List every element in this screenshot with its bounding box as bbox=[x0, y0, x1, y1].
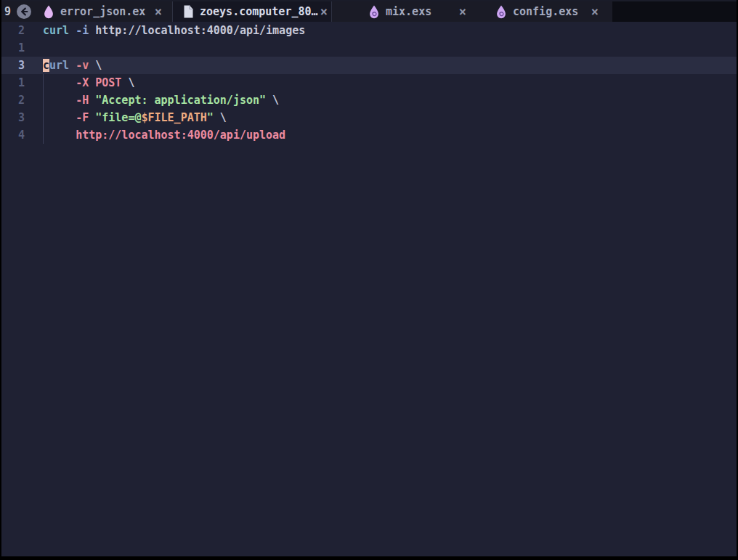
code-token: " bbox=[207, 111, 214, 124]
window-count-badge: 9 bbox=[4, 5, 11, 18]
code-text: -X POST \ bbox=[43, 74, 134, 92]
code-token: http://localhost:4000/api/upload bbox=[76, 129, 285, 142]
code-token: -F bbox=[76, 111, 89, 124]
line-number: 1 bbox=[1, 39, 25, 57]
close-icon[interactable]: × bbox=[591, 6, 599, 18]
line-number: 1 bbox=[1, 74, 25, 92]
code-token: -v bbox=[76, 59, 89, 72]
line-number: 2 bbox=[1, 22, 25, 39]
code-line[interactable]: 4 http://localhost:4000/api/upload bbox=[1, 126, 737, 144]
code-line[interactable]: 3 -F "file=@$FILE_PATH" \ bbox=[1, 109, 737, 126]
code-token bbox=[43, 94, 76, 107]
elixir-drop-icon bbox=[496, 5, 507, 19]
tabs-container: error_json.ex×zoeys.computer_80…×mix.exs… bbox=[35, 1, 612, 22]
tab-bar-left-group: 9 bbox=[1, 1, 35, 22]
tab-label: error_json.ex bbox=[60, 5, 145, 18]
close-icon[interactable]: × bbox=[155, 6, 162, 18]
tab-bar-filler bbox=[612, 1, 737, 22]
code-token: \ bbox=[89, 59, 102, 72]
tab-label: zoeys.computer_80… bbox=[200, 5, 318, 18]
line-number: 4 bbox=[1, 126, 25, 144]
code-token: \ bbox=[266, 94, 279, 107]
code-line[interactable]: 1 bbox=[1, 39, 737, 57]
tab-error_json.ex[interactable]: error_json.ex× bbox=[35, 1, 172, 22]
tab-config.exs[interactable]: config.exs× bbox=[481, 1, 612, 22]
code-token: -H bbox=[76, 94, 89, 107]
code-token: http://localhost:4000/api/images bbox=[89, 24, 305, 37]
code-line[interactable]: 1 -X POST \ bbox=[1, 74, 737, 92]
tab-zoeys.computer_80-[interactable]: zoeys.computer_80…× bbox=[173, 1, 331, 22]
tab-mix.exs[interactable]: mix.exs× bbox=[332, 1, 481, 22]
line-number: 3 bbox=[1, 57, 25, 74]
code-token bbox=[69, 24, 76, 37]
elixir-drop-icon bbox=[369, 5, 380, 19]
code-token: -i bbox=[76, 24, 89, 37]
code-token: "file=@ bbox=[95, 111, 141, 124]
code-token bbox=[89, 111, 95, 124]
code-token: curl bbox=[43, 24, 69, 37]
tab-label: mix.exs bbox=[386, 5, 431, 18]
code-token bbox=[89, 94, 95, 107]
code-token: -X bbox=[76, 76, 89, 89]
code-token bbox=[69, 59, 76, 72]
code-token: \ bbox=[214, 111, 227, 124]
cursor: c bbox=[43, 59, 49, 72]
code-token bbox=[43, 129, 76, 142]
code-text: curl -i http://localhost:4000/api/images bbox=[43, 22, 305, 39]
code-text: http://localhost:4000/api/upload bbox=[43, 126, 285, 144]
file-icon bbox=[183, 5, 194, 19]
line-number: 3 bbox=[1, 109, 25, 126]
code-token: "Accept: application/json" bbox=[95, 94, 266, 107]
indent-guide bbox=[43, 74, 44, 144]
arrow-left-icon[interactable] bbox=[16, 4, 32, 20]
code-token: \ bbox=[121, 76, 134, 89]
code-token: POST bbox=[95, 76, 121, 89]
code-token bbox=[89, 76, 95, 89]
tab-label: config.exs bbox=[513, 5, 578, 18]
code-token bbox=[43, 76, 76, 89]
elixir-drop-icon bbox=[44, 5, 54, 19]
code-token: url bbox=[49, 59, 69, 72]
code-line[interactable]: 2curl -i http://localhost:4000/api/image… bbox=[1, 22, 737, 39]
code-line[interactable]: 3curl -v \ bbox=[1, 57, 737, 74]
code-token: $FILE_PATH bbox=[141, 111, 206, 124]
close-icon[interactable]: × bbox=[459, 6, 466, 18]
tab-bar: 9 error_json.ex×zoeys.computer_80…×mix.e… bbox=[1, 0, 737, 22]
code-text: -F "file=@$FILE_PATH" \ bbox=[43, 109, 227, 126]
code-text: -H "Accept: application/json" \ bbox=[43, 92, 279, 109]
editor-area[interactable]: 2curl -i http://localhost:4000/api/image… bbox=[1, 22, 737, 556]
code-token bbox=[43, 111, 76, 124]
line-number: 2 bbox=[1, 92, 25, 109]
code-line[interactable]: 2 -H "Accept: application/json" \ bbox=[1, 92, 737, 109]
close-icon[interactable]: × bbox=[320, 6, 328, 18]
code-buffer: 2curl -i http://localhost:4000/api/image… bbox=[1, 22, 737, 144]
code-text: curl -v \ bbox=[43, 57, 102, 74]
